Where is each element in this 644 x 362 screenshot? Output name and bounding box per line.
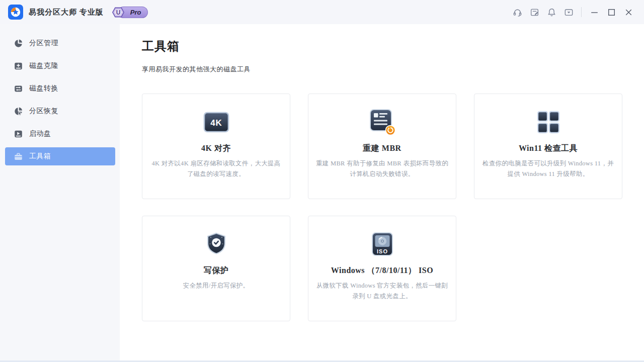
sidebar-item-toolbox[interactable]: 工具箱 — [5, 147, 115, 165]
close-button[interactable] — [620, 5, 637, 20]
app-window: 易我分区大师 专业版 U Pro — [0, 0, 644, 362]
notifications-bell-icon[interactable] — [543, 5, 560, 20]
sidebar-item-disk-clone[interactable]: 磁盘克隆 — [5, 57, 115, 75]
svg-text:ISO: ISO — [377, 248, 388, 254]
dropdown-menu-icon[interactable] — [560, 5, 577, 20]
card-win11-checker[interactable]: Win11 检查工具 检查你的电脑是否可以升级到 Windows 11，并提供 … — [474, 94, 622, 199]
minimize-button[interactable] — [586, 5, 603, 20]
sidebar-item-label: 磁盘转换 — [29, 84, 58, 93]
card-windows-iso[interactable]: ISO Windows （7/8/10/11） ISO 从微软下载 Window… — [308, 216, 456, 321]
card-description: 从微软下载 Windows 官方安装包，然后一键刻录到 U 盘或光盘上。 — [315, 281, 449, 301]
rebuild-mbr-icon — [308, 104, 456, 140]
card-title: Windows （7/8/10/11） ISO — [308, 265, 456, 276]
card-write-protection[interactable]: 写保护 安全禁用/开启写保护。 — [142, 216, 290, 321]
page-title: 工具箱 — [142, 38, 644, 54]
pie-chart-icon — [14, 39, 23, 48]
sidebar-item-disk-convert[interactable]: 磁盘转换 — [5, 79, 115, 98]
sidebar-item-label: 分区管理 — [29, 39, 58, 48]
svg-text:4K: 4K — [210, 118, 222, 128]
sidebar-item-partition-manage[interactable]: 分区管理 — [5, 34, 115, 52]
card-rebuild-mbr[interactable]: 重建 MBR 重建 MBR 有助于修复由 MBR 表损坏而导致的计算机启动失败错… — [308, 94, 456, 199]
toolbox-card-grid: 4K 4K 对齐 4K 对齐以4K 扇区存储和读取文件，大大提高了磁盘的读写速度… — [142, 94, 644, 321]
4k-alignment-icon: 4K — [142, 104, 290, 140]
sidebar-item-label: 启动盘 — [29, 129, 51, 138]
card-title: 重建 MBR — [308, 143, 456, 154]
sidebar-item-label: 分区恢复 — [29, 107, 58, 116]
card-title: Win11 检查工具 — [474, 143, 622, 154]
titlebar-right — [509, 5, 637, 20]
headset-support-icon[interactable] — [509, 5, 526, 20]
pro-license-badge[interactable]: U Pro — [111, 6, 148, 19]
pro-emblem-icon: U — [111, 6, 126, 19]
card-description: 重建 MBR 有助于修复由 MBR 表损坏而导致的计算机启动失败错误。 — [315, 158, 449, 179]
disk-convert-icon — [14, 84, 23, 94]
sidebar: 分区管理 磁盘克隆 磁盘转换 — [0, 24, 120, 362]
partition-recovery-icon — [14, 107, 23, 116]
feedback-note-icon[interactable] — [526, 5, 543, 20]
main-content: 工具箱 享用易我开发的其他强大的磁盘工具 4K — [120, 24, 644, 362]
bootable-disk-icon — [14, 129, 23, 139]
card-description: 安全禁用/开启写保护。 — [149, 281, 283, 291]
titlebar-divider — [581, 7, 582, 17]
toolbox-icon — [14, 152, 23, 161]
card-description: 4K 对齐以4K 扇区存储和读取文件，大大提高了磁盘的读写速度。 — [149, 158, 283, 179]
windows-iso-icon: ISO — [308, 226, 456, 262]
svg-text:U: U — [116, 9, 120, 16]
card-description: 检查你的电脑是否可以升级到 Windows 11，并提供 Windows 11 … — [481, 158, 615, 179]
card-title: 写保护 — [142, 265, 290, 276]
titlebar: 易我分区大师 专业版 U Pro — [0, 0, 644, 24]
disk-clone-icon — [14, 61, 23, 71]
sidebar-item-label: 工具箱 — [29, 152, 51, 161]
titlebar-left: 易我分区大师 专业版 U Pro — [8, 5, 148, 20]
sidebar-item-partition-recovery[interactable]: 分区恢复 — [5, 102, 115, 120]
write-protection-shield-icon — [142, 226, 290, 262]
maximize-button[interactable] — [603, 5, 620, 20]
page-subtitle: 享用易我开发的其他强大的磁盘工具 — [142, 65, 644, 74]
app-logo-icon — [8, 5, 23, 20]
card-title: 4K 对齐 — [142, 143, 290, 154]
sidebar-item-bootable-disk[interactable]: 启动盘 — [5, 125, 115, 143]
card-4k-alignment[interactable]: 4K 4K 对齐 4K 对齐以4K 扇区存储和读取文件，大大提高了磁盘的读写速度… — [142, 94, 290, 199]
app-title: 易我分区大师 专业版 — [29, 8, 104, 17]
sidebar-item-label: 磁盘克隆 — [29, 61, 58, 70]
win11-checker-icon — [474, 104, 622, 140]
